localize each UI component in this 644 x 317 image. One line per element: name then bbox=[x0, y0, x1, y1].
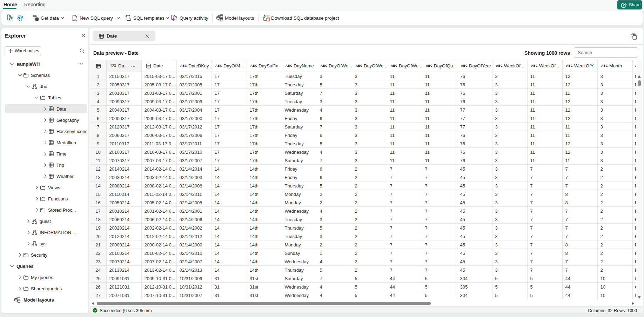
svg-text:SQL: SQL bbox=[72, 19, 77, 21]
